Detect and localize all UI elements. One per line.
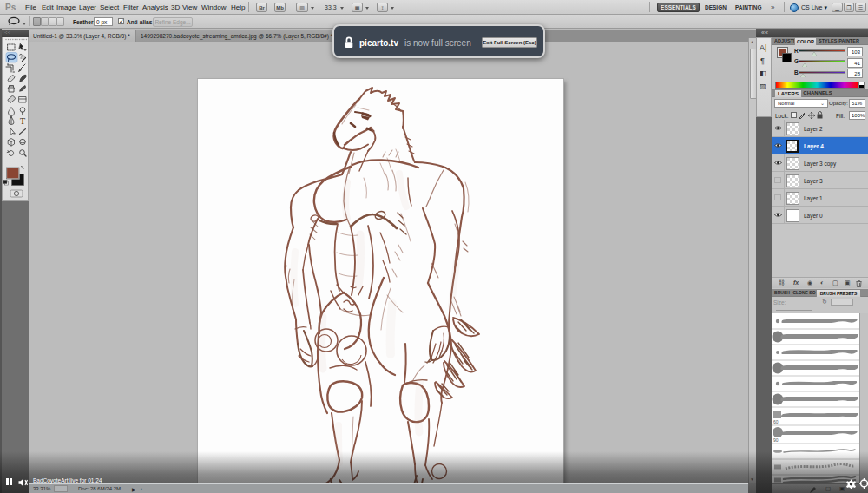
svg-text:60: 60 bbox=[773, 419, 779, 424]
svg-text:90: 90 bbox=[773, 437, 779, 443]
svg-text:T: T bbox=[20, 116, 25, 126]
